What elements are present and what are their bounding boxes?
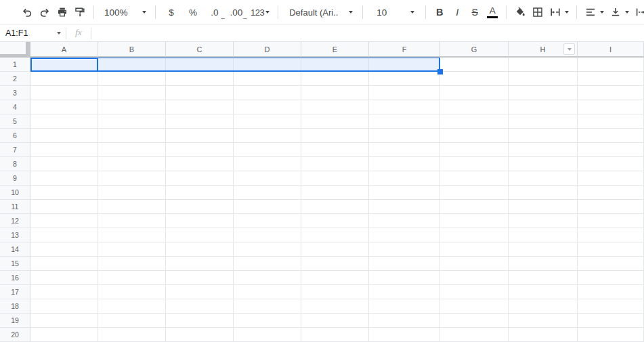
cell-G20[interactable] — [440, 328, 509, 342]
cell-G6[interactable] — [440, 129, 509, 143]
cell-F5[interactable] — [369, 114, 440, 129]
cell-E6[interactable] — [301, 129, 369, 143]
cell-C16[interactable] — [166, 271, 234, 285]
cell-I4[interactable] — [578, 100, 644, 114]
cell-G3[interactable] — [440, 86, 509, 100]
cell-C10[interactable] — [166, 186, 234, 200]
cell-H12[interactable] — [509, 214, 578, 228]
row-header-14[interactable]: 14 — [0, 242, 30, 257]
column-header-A[interactable]: A — [30, 42, 98, 58]
cell-C5[interactable] — [166, 114, 234, 129]
cell-A15[interactable] — [30, 257, 98, 271]
cell-G13[interactable] — [440, 228, 509, 242]
cell-A14[interactable] — [30, 242, 98, 257]
row-header-18[interactable]: 18 — [0, 299, 30, 314]
cell-A19[interactable] — [30, 314, 98, 328]
row-header-2[interactable]: 2 — [0, 72, 30, 86]
print-button[interactable] — [53, 3, 71, 22]
cell-F10[interactable] — [369, 186, 440, 200]
cell-C20[interactable] — [166, 328, 234, 342]
cell-F18[interactable] — [369, 299, 440, 314]
cell-I13[interactable] — [578, 228, 644, 242]
cell-C8[interactable] — [166, 157, 234, 171]
cell-A16[interactable] — [30, 271, 98, 285]
cell-B8[interactable] — [98, 157, 166, 171]
column-header-E[interactable]: E — [301, 42, 369, 58]
cell-D15[interactable] — [234, 257, 301, 271]
cell-A10[interactable] — [30, 186, 98, 200]
font-size-select[interactable]: 10 — [368, 3, 421, 22]
cell-H1[interactable] — [509, 58, 578, 72]
cell-C18[interactable] — [166, 299, 234, 314]
row-header-12[interactable]: 12 — [0, 214, 30, 228]
cell-G12[interactable] — [440, 214, 509, 228]
select-all-corner[interactable] — [0, 42, 30, 58]
cell-H16[interactable] — [509, 271, 578, 285]
format-percent-button[interactable]: % — [182, 3, 204, 22]
cell-C19[interactable] — [166, 314, 234, 328]
cell-B17[interactable] — [98, 285, 166, 299]
cell-F14[interactable] — [369, 242, 440, 257]
cell-D12[interactable] — [234, 214, 301, 228]
cell-G7[interactable] — [440, 143, 509, 157]
cell-I12[interactable] — [578, 214, 644, 228]
row-header-13[interactable]: 13 — [0, 228, 30, 242]
column-dropdown-button[interactable] — [563, 43, 575, 55]
cell-C2[interactable] — [166, 72, 234, 86]
cell-A4[interactable] — [30, 100, 98, 114]
row-header-10[interactable]: 10 — [0, 186, 30, 200]
cell-I2[interactable] — [578, 72, 644, 86]
cell-E17[interactable] — [301, 285, 369, 299]
cell-E13[interactable] — [301, 228, 369, 242]
cell-A18[interactable] — [30, 299, 98, 314]
column-header-F[interactable]: F — [369, 42, 440, 58]
cell-A13[interactable] — [30, 228, 98, 242]
row-header-4[interactable]: 4 — [0, 100, 30, 114]
cell-E7[interactable] — [301, 143, 369, 157]
row-header-15[interactable]: 15 — [0, 257, 30, 271]
name-box[interactable]: A1:F1 — [0, 25, 66, 41]
cell-D11[interactable] — [234, 200, 301, 214]
cell-H7[interactable] — [509, 143, 578, 157]
cell-B13[interactable] — [98, 228, 166, 242]
cell-G11[interactable] — [440, 200, 509, 214]
zoom-select[interactable]: 100% — [99, 3, 150, 22]
cell-D13[interactable] — [234, 228, 301, 242]
cell-D19[interactable] — [234, 314, 301, 328]
cell-G15[interactable] — [440, 257, 509, 271]
cell-C17[interactable] — [166, 285, 234, 299]
cell-I9[interactable] — [578, 171, 644, 186]
cell-B18[interactable] — [98, 299, 166, 314]
cell-D16[interactable] — [234, 271, 301, 285]
cell-G4[interactable] — [440, 100, 509, 114]
cell-H4[interactable] — [509, 100, 578, 114]
row-header-19[interactable]: 19 — [0, 314, 30, 328]
borders-button[interactable] — [529, 3, 546, 22]
cell-H5[interactable] — [509, 114, 578, 129]
cell-H13[interactable] — [509, 228, 578, 242]
cell-A8[interactable] — [30, 157, 98, 171]
cell-D8[interactable] — [234, 157, 301, 171]
cell-F6[interactable] — [369, 129, 440, 143]
cell-E14[interactable] — [301, 242, 369, 257]
cell-G5[interactable] — [440, 114, 509, 129]
cell-F15[interactable] — [369, 257, 440, 271]
cell-I6[interactable] — [578, 129, 644, 143]
cell-F4[interactable] — [369, 100, 440, 114]
cell-G2[interactable] — [440, 72, 509, 86]
cell-E19[interactable] — [301, 314, 369, 328]
cell-C9[interactable] — [166, 171, 234, 186]
cell-A5[interactable] — [30, 114, 98, 129]
cell-B5[interactable] — [98, 114, 166, 129]
cell-G10[interactable] — [440, 186, 509, 200]
cell-A1[interactable] — [30, 58, 98, 72]
cell-I16[interactable] — [578, 271, 644, 285]
cell-F1[interactable] — [369, 58, 440, 72]
cell-C4[interactable] — [166, 100, 234, 114]
vertical-align-button[interactable] — [607, 3, 632, 22]
cell-D1[interactable] — [234, 58, 301, 72]
row-header-20[interactable]: 20 — [0, 328, 30, 342]
italic-button[interactable]: I — [448, 3, 466, 22]
column-header-G[interactable]: G — [440, 42, 509, 58]
cell-G14[interactable] — [440, 242, 509, 257]
